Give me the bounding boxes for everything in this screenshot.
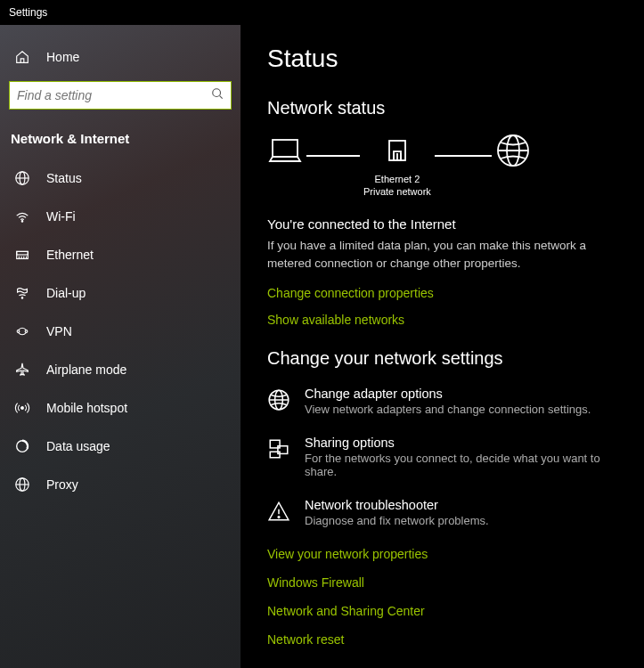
sidebar-item-label: Data usage (46, 439, 110, 453)
sidebar-item-label: Status (46, 171, 82, 185)
svg-point-0 (213, 89, 221, 97)
row-title: Change adapter options (305, 387, 591, 401)
sidebar: Home Network & Internet Status Wi-Fi (0, 25, 240, 668)
sidebar-item-label: Airplane mode (46, 363, 126, 377)
router-label: Ethernet 2Private network (363, 173, 431, 198)
status-icon (14, 170, 30, 186)
sharing-icon (267, 437, 290, 460)
sidebar-item-label: Proxy (46, 477, 78, 492)
sidebar-item-label: Dial-up (46, 286, 86, 300)
device-icon (267, 135, 303, 169)
window-title: Settings (9, 6, 47, 19)
row-subtitle: View network adapters and change connect… (305, 403, 591, 416)
sidebar-item-label: VPN (46, 324, 72, 338)
row-title: Sharing options (305, 436, 624, 450)
wifi-icon (14, 208, 30, 224)
search-icon (211, 87, 224, 103)
home-icon (14, 49, 30, 65)
diagram-connector (435, 155, 492, 157)
svg-point-14 (25, 330, 28, 332)
warning-icon (267, 500, 290, 523)
home-button[interactable]: Home (0, 37, 240, 76)
hotspot-icon (14, 400, 30, 416)
network-diagram: .. Ethernet 2Private network .. (267, 133, 624, 200)
diagram-connector (306, 155, 360, 157)
proxy-icon (14, 477, 30, 493)
ethernet-icon (14, 247, 30, 263)
router-icon (384, 135, 411, 169)
sidebar-item-datausage[interactable]: Data usage (0, 427, 240, 465)
view-network-properties-link[interactable]: View your network properties (267, 547, 624, 561)
search-input-container[interactable] (9, 81, 232, 110)
svg-point-36 (278, 517, 280, 518)
svg-point-15 (21, 406, 24, 409)
svg-point-13 (17, 330, 20, 332)
change-adapter-options[interactable]: Change adapter options View network adap… (267, 387, 624, 416)
sidebar-item-status[interactable]: Status (0, 159, 240, 197)
svg-point-5 (21, 220, 22, 221)
svg-line-1 (220, 96, 223, 99)
data-usage-icon (14, 438, 30, 454)
vpn-icon (14, 323, 30, 339)
svg-rect-7 (17, 251, 29, 255)
main-panel: Status Network status .. Ethernet 2Priva… (240, 25, 644, 668)
globe-icon (267, 388, 290, 411)
sidebar-item-proxy[interactable]: Proxy (0, 465, 240, 503)
window-titlebar: Settings (0, 0, 644, 25)
airplane-icon (14, 362, 30, 378)
sidebar-item-label: Ethernet (46, 248, 94, 262)
connected-heading: You're connected to the Internet (267, 216, 624, 232)
sharing-options[interactable]: Sharing options For the networks you con… (267, 436, 624, 478)
change-settings-heading: Change your network settings (267, 348, 624, 369)
sidebar-item-vpn[interactable]: VPN (0, 312, 240, 350)
row-subtitle: Diagnose and fix network problems. (305, 514, 489, 527)
home-label: Home (46, 50, 79, 64)
sidebar-item-label: Wi-Fi (46, 209, 76, 224)
globe-icon (495, 133, 531, 172)
show-available-networks-link[interactable]: Show available networks (267, 313, 624, 327)
row-subtitle: For the networks you connect to, decide … (305, 452, 624, 478)
connected-body: If you have a limited data plan, you can… (267, 237, 624, 272)
sidebar-item-hotspot[interactable]: Mobile hotspot (0, 388, 240, 427)
sidebar-item-label: Mobile hotspot (46, 401, 127, 415)
dialup-icon (14, 285, 30, 301)
change-connection-properties-link[interactable]: Change connection properties (267, 286, 624, 300)
search-input[interactable] (17, 88, 211, 102)
sidebar-item-wifi[interactable]: Wi-Fi (0, 197, 240, 235)
page-title: Status (267, 45, 624, 73)
sidebar-section-title: Network & Internet (0, 120, 240, 159)
network-sharing-center-link[interactable]: Network and Sharing Center (267, 604, 624, 618)
network-status-heading: Network status (267, 98, 624, 118)
sidebar-item-ethernet[interactable]: Ethernet (0, 235, 240, 273)
network-reset-link[interactable]: Network reset (267, 632, 624, 647)
network-troubleshooter[interactable]: Network troubleshooter Diagnose and fix … (267, 498, 624, 527)
svg-rect-20 (273, 140, 298, 157)
sidebar-item-airplane[interactable]: Airplane mode (0, 350, 240, 388)
sidebar-item-dialup[interactable]: Dial-up (0, 273, 240, 312)
windows-firewall-link[interactable]: Windows Firewall (267, 575, 624, 590)
svg-point-12 (21, 297, 22, 297)
row-title: Network troubleshooter (305, 498, 489, 512)
